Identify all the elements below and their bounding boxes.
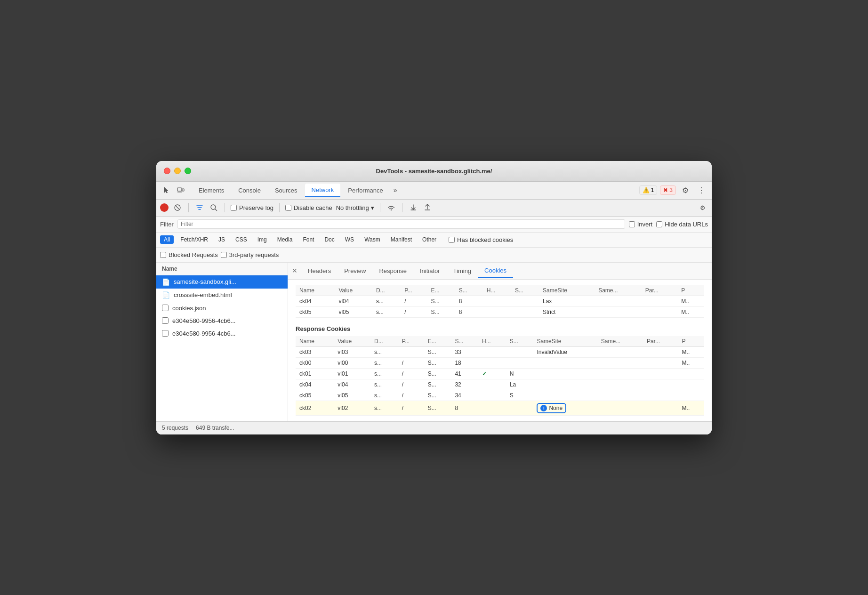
wifi-icon[interactable] [386, 202, 396, 213]
resp-cookie-row-2[interactable]: ck01 vl01 s... / S... 41 ✓ N [296, 368, 704, 379]
close-button[interactable] [164, 168, 170, 174]
invert-checkbox[interactable] [629, 221, 635, 227]
filter-wasm[interactable]: Wasm [361, 235, 384, 244]
export-icon[interactable] [422, 202, 433, 213]
error-badge[interactable]: ✖ 3 [660, 185, 676, 195]
file-item-4[interactable]: e304e580-9956-4cb6... [156, 327, 288, 340]
col-samesite: SameSite [539, 285, 595, 296]
resp-cookie-row-0[interactable]: ck03 vl03 s... S... 33 InvalidValue [296, 346, 704, 357]
req-p2-0: M.. [677, 296, 704, 306]
tab-console[interactable]: Console [232, 184, 267, 197]
settings-icon[interactable]: ⚙ [679, 184, 692, 197]
resp-col-p2: P [678, 336, 704, 347]
hide-data-urls-label[interactable]: Hide data URLs [656, 221, 708, 228]
resp-cookie-row-1[interactable]: ck00 vl00 s... / S... 18 [296, 357, 704, 368]
resp-h-2: ✓ [478, 368, 506, 379]
filter-all[interactable]: All [160, 235, 174, 244]
filter-input[interactable] [177, 219, 625, 229]
filter-bar: Filter Invert Hide data URLs [156, 217, 712, 233]
filter-ws[interactable]: WS [341, 235, 358, 244]
filter-other[interactable]: Other [418, 235, 440, 244]
resp-d-0: s... [370, 346, 398, 357]
maximize-button[interactable] [185, 168, 191, 174]
file-item-2[interactable]: cookies.json [156, 302, 288, 314]
warning-badge[interactable]: ⚠️ 1 [639, 185, 658, 195]
filter-doc[interactable]: Doc [321, 235, 338, 244]
file-item-0[interactable]: 📄 samesite-sandbox.gli... [156, 275, 288, 289]
filter-font[interactable]: Font [299, 235, 318, 244]
tab-headers[interactable]: Headers [301, 265, 338, 277]
device-icon[interactable] [174, 184, 187, 197]
file-checkbox-4[interactable] [162, 330, 169, 337]
third-party-label[interactable]: 3rd-party requests [221, 251, 279, 258]
preserve-log-checkbox[interactable] [231, 205, 237, 211]
req-cookie-row-1[interactable]: ck05 vl05 s... / S... 8 Strict [296, 306, 704, 317]
tab-cookies[interactable]: Cookies [478, 264, 513, 278]
record-button[interactable] [160, 203, 169, 212]
import-icon[interactable] [408, 202, 418, 213]
tab-network[interactable]: Network [305, 184, 341, 197]
cursor-icon[interactable] [160, 184, 173, 197]
file-item-1[interactable]: 📄 crosssite-embed.html [156, 289, 288, 302]
blocked-requests-label[interactable]: Blocked Requests [160, 251, 218, 258]
sep-5 [402, 203, 402, 212]
tab-timing[interactable]: Timing [447, 265, 478, 277]
invert-label[interactable]: Invert [629, 221, 653, 228]
tab-initiator[interactable]: Initiator [413, 265, 447, 277]
resp-samesite-4 [533, 390, 597, 401]
filter-js[interactable]: JS [215, 235, 229, 244]
preserve-log-label[interactable]: Preserve log [231, 204, 273, 211]
resp-name-2: ck01 [296, 368, 334, 379]
resp-cookie-row-3[interactable]: ck04 vl04 s... / S... 32 La [296, 379, 704, 390]
error-icon: ✖ [663, 187, 668, 193]
hide-data-urls-checkbox[interactable] [656, 221, 662, 227]
resp-name-4: ck05 [296, 390, 334, 401]
req-samesite-1: Strict [539, 306, 595, 317]
third-party-checkbox[interactable] [221, 252, 227, 258]
minimize-button[interactable] [174, 168, 181, 174]
resp-h-3 [478, 379, 506, 390]
tab-sources[interactable]: Sources [268, 184, 304, 197]
blocked-requests-checkbox[interactable] [160, 252, 166, 258]
resp-name-1: ck00 [296, 357, 334, 368]
tab-response[interactable]: Response [372, 265, 413, 277]
throttle-select[interactable]: No throttling ▾ [336, 204, 374, 211]
tab-performance[interactable]: Performance [341, 184, 389, 197]
resp-col-samesite: SameSite [533, 336, 597, 347]
has-blocked-cookies-checkbox[interactable] [449, 237, 455, 243]
resp-cookie-row-4[interactable]: ck05 vl05 s... / S... 34 S [296, 390, 704, 401]
file-item-3[interactable]: e304e580-9956-4cb6... [156, 314, 288, 327]
resp-ss-0 [506, 346, 533, 357]
disable-cache-checkbox[interactable] [285, 205, 291, 211]
file-checkbox-2[interactable] [162, 305, 169, 311]
disable-cache-label[interactable]: Disable cache [285, 204, 332, 211]
filter-fetch-xhr[interactable]: Fetch/XHR [177, 235, 212, 244]
clear-button[interactable] [172, 202, 183, 213]
tab-elements[interactable]: Elements [192, 184, 231, 197]
resp-par-4 [643, 390, 678, 401]
resp-h-1 [478, 357, 506, 368]
filter-media[interactable]: Media [273, 235, 297, 244]
req-ss-0 [511, 296, 539, 306]
tab-preview[interactable]: Preview [338, 265, 372, 277]
filter-img[interactable]: Img [254, 235, 271, 244]
detail-tabs: ✕ Headers Preview Response Initiator Tim… [288, 263, 712, 280]
file-checkbox-3[interactable] [162, 317, 169, 324]
filter-css[interactable]: CSS [232, 235, 251, 244]
col-h: H... [483, 285, 511, 296]
req-cookie-row-0[interactable]: ck04 vl04 s... / S... 8 Lax [296, 296, 704, 306]
resp-cookie-row-5[interactable]: ck02 vl02 s... / S... 8 i [296, 401, 704, 415]
col-d: D... [372, 285, 401, 296]
has-blocked-cookies-label[interactable]: Has blocked cookies [449, 236, 513, 243]
more-tabs-button[interactable]: » [391, 185, 400, 196]
more-options-icon[interactable]: ⋮ [695, 184, 708, 197]
filter-icon[interactable] [194, 202, 205, 213]
resp-value-1: vl00 [334, 357, 370, 368]
tab-bar: Elements Console Sources Network Perform… [156, 182, 712, 200]
search-icon[interactable] [209, 202, 219, 213]
network-settings-icon[interactable]: ⚙ [698, 202, 708, 213]
filter-manifest[interactable]: Manifest [387, 235, 416, 244]
col-name: Name [296, 285, 335, 296]
close-panel-button[interactable]: ✕ [292, 267, 297, 274]
resp-col-d: D... [370, 336, 398, 347]
